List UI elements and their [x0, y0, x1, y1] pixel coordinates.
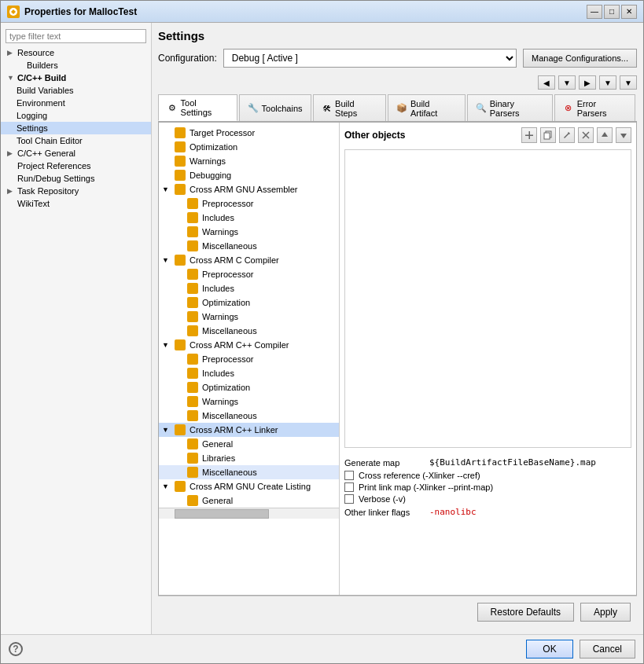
gear-icon	[187, 438, 198, 449]
tree-cc-preprocessor[interactable]: Preprocessor	[159, 267, 339, 281]
sidebar-item-cpp-build[interactable]: ▼ C/C++ Build	[1, 72, 151, 84]
delete-object-button[interactable]	[578, 127, 594, 143]
tab-build-artifact[interactable]: 📦 Build Artifact	[388, 94, 466, 121]
sidebar-item-cpp-general[interactable]: ▶ C/C++ General	[1, 147, 151, 160]
tree-cc-misc[interactable]: Miscellaneous	[159, 324, 339, 338]
gear-icon	[175, 424, 186, 435]
sidebar-item-run-debug[interactable]: Run/Debug Settings	[1, 172, 151, 185]
sidebar-item-toolchain-editor[interactable]: Tool Chain Editor	[1, 134, 151, 147]
move-down-button[interactable]	[616, 127, 631, 143]
footer: ? OK Cancel	[1, 634, 643, 663]
tree-asm-misc[interactable]: Miscellaneous	[159, 239, 339, 253]
tree-cc-includes[interactable]: Includes	[159, 281, 339, 295]
verbose-checkbox[interactable]	[344, 494, 354, 504]
print-map-label: Print link map (-Xlinker --print-map)	[359, 482, 493, 492]
tree-cc-warnings[interactable]: Warnings	[159, 310, 339, 324]
sidebar-item-settings[interactable]: Settings	[1, 122, 151, 134]
print-map-row: Print link map (-Xlinker --print-map)	[344, 482, 631, 492]
gear-icon	[175, 127, 186, 138]
edit-object-button[interactable]	[559, 127, 575, 143]
nav-dropdown-button[interactable]: ▼	[558, 75, 576, 90]
app-icon	[7, 6, 20, 18]
gear-icon	[187, 354, 198, 365]
cross-ref-checkbox[interactable]	[344, 471, 354, 480]
tab-error-parsers[interactable]: ⊗ Error Parsers	[554, 94, 635, 121]
sidebar-item-task-repo[interactable]: ▶ Task Repository	[1, 185, 151, 197]
ok-button[interactable]: OK	[526, 640, 572, 658]
tree-target-processor[interactable]: Target Processor	[159, 126, 339, 140]
filter-input[interactable]	[6, 29, 146, 43]
sidebar-item-build-vars[interactable]: Build Variables	[1, 84, 151, 97]
tree-cpp-optimization[interactable]: Optimization	[159, 380, 339, 394]
tree-optimization-top[interactable]: Optimization	[159, 140, 339, 154]
tab-binary-parsers[interactable]: 🔍 Binary Parsers	[467, 94, 553, 121]
apply-button[interactable]: Apply	[580, 603, 631, 622]
gear-icon	[175, 255, 186, 266]
scrollbar-thumb[interactable]	[175, 509, 269, 519]
gear-icon	[187, 495, 198, 506]
tree-linker-group[interactable]: ▼ Cross ARM C++ Linker	[159, 423, 339, 437]
sidebar-item-logging[interactable]: Logging	[1, 109, 151, 122]
objects-toolbar	[521, 127, 631, 143]
help-icon[interactable]: ?	[9, 642, 23, 656]
tree-linker-general[interactable]: General	[159, 437, 339, 451]
nav-forward-dropdown-button[interactable]: ▼	[599, 75, 616, 90]
tab-tool-settings[interactable]: ⚙ Tool Settings	[158, 94, 237, 121]
tree-cc-optimization[interactable]: Optimization	[159, 295, 339, 310]
tab-bar: ⚙ Tool Settings 🔧 Toolchains 🛠 Build Ste…	[158, 94, 637, 122]
tree-linker-misc[interactable]: Miscellaneous	[159, 465, 339, 479]
sidebar-item-resource[interactable]: ▶ Resource	[1, 46, 151, 59]
tree-asm-preprocessor[interactable]: Preprocessor	[159, 196, 339, 211]
nav-menu-button[interactable]: ▼	[620, 75, 637, 90]
tree-cpp-preprocessor[interactable]: Preprocessor	[159, 352, 339, 366]
expand-arrow: ▶	[7, 49, 15, 57]
maximize-button[interactable]: □	[604, 5, 620, 19]
tab-build-steps[interactable]: 🛠 Build Steps	[313, 94, 386, 121]
build-artifact-icon: 📦	[396, 103, 407, 114]
tree-debugging[interactable]: Debugging	[159, 168, 339, 182]
add-object-button[interactable]	[521, 127, 537, 143]
tree-cpp-misc[interactable]: Miscellaneous	[159, 409, 339, 423]
nav-forward-button[interactable]: ▶	[579, 75, 596, 90]
tree-cpp-warnings[interactable]: Warnings	[159, 394, 339, 409]
print-map-checkbox[interactable]	[344, 482, 354, 492]
copy-object-button[interactable]	[540, 127, 556, 143]
generate-map-row: Generate map ${BuildArtifactFileBaseName…	[344, 457, 631, 468]
tree-asm-includes[interactable]: Includes	[159, 211, 339, 225]
tree-cpp-compiler-group[interactable]: ▼ Cross ARM C++ Compiler	[159, 338, 339, 352]
tree-listing-group[interactable]: ▼ Cross ARM GNU Create Listing	[159, 479, 339, 493]
expand-arrow: ▶	[7, 187, 15, 195]
cancel-button[interactable]: Cancel	[580, 640, 635, 658]
tree-asm-warnings[interactable]: Warnings	[159, 225, 339, 239]
tree-linker-libraries[interactable]: Libraries	[159, 451, 339, 465]
manage-configs-button[interactable]: Manage Configurations...	[523, 49, 637, 68]
config-select[interactable]: Debug [ Active ]	[223, 49, 517, 68]
tree-scrollbar[interactable]	[159, 508, 339, 519]
sidebar-item-environment[interactable]: Environment	[1, 97, 151, 109]
move-up-button[interactable]	[597, 127, 613, 143]
verbose-label: Verbose (-v)	[359, 494, 406, 504]
gear-icon	[187, 453, 198, 464]
gear-icon	[187, 240, 198, 251]
nav-bar: ◀ ▼ ▶ ▼ ▼	[158, 75, 637, 90]
gear-icon	[187, 269, 198, 280]
tree-c-compiler-group[interactable]: ▼ Cross ARM C Compiler	[159, 253, 339, 267]
tree-asm-group[interactable]: ▼ Cross ARM GNU Assembler	[159, 182, 339, 196]
tree-warnings-top[interactable]: Warnings	[159, 154, 339, 168]
right-content-panel: Other objects	[340, 123, 636, 595]
svg-rect-4	[544, 133, 550, 139]
sidebar-item-wikitext[interactable]: WikiText	[1, 197, 151, 210]
restore-defaults-button[interactable]: Restore Defaults	[477, 603, 574, 622]
minimize-button[interactable]: —	[587, 5, 602, 19]
gear-icon	[187, 311, 198, 322]
sidebar-item-project-refs[interactable]: Project References	[1, 160, 151, 172]
tool-settings-icon: ⚙	[167, 102, 178, 113]
tab-toolchains[interactable]: 🔧 Toolchains	[239, 94, 311, 121]
objects-list-area	[344, 149, 631, 448]
close-button[interactable]: ✕	[621, 5, 637, 19]
tree-cpp-includes[interactable]: Includes	[159, 366, 339, 380]
tree-listing-general[interactable]: General	[159, 493, 339, 508]
nav-back-button[interactable]: ◀	[538, 75, 555, 90]
gear-icon	[175, 156, 186, 167]
sidebar-item-builders[interactable]: Builders	[1, 59, 151, 72]
